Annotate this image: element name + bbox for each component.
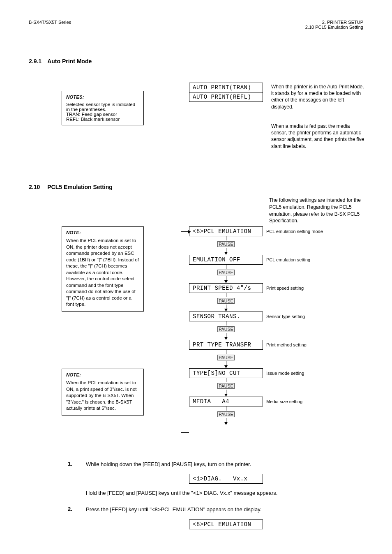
note-title-1: NOTES: bbox=[66, 95, 139, 99]
lcd-pcl-emulation-step: <8>PCL EMULATION bbox=[189, 519, 263, 529]
step-1-text-b: Hold the [FEED] and [PAUSE] keys until t… bbox=[86, 489, 277, 497]
step-2-text: Press the [FEED] key until "<8>PCL EMULA… bbox=[86, 506, 261, 513]
pause-key-icon: PAUSE bbox=[217, 241, 235, 247]
flow-label-6: Media size setting bbox=[266, 399, 302, 404]
section-2-10-num: 2.10 bbox=[29, 184, 40, 190]
arrow-down-icon bbox=[224, 280, 228, 283]
pause-key-icon: PAUSE bbox=[217, 355, 235, 360]
note-3-title: NOTE: bbox=[66, 372, 139, 377]
step-2-num: 2. bbox=[68, 506, 86, 512]
flow-box-pcl-emulation: <8>PCL EMULATION bbox=[189, 226, 263, 236]
step-1-text-a: While holding down the [FEED] and [PAUSE… bbox=[86, 461, 251, 468]
pause-key-icon: PAUSE bbox=[217, 383, 235, 389]
page-header: B-SX4T/SX5T Series 2. PRINTER SETUP 2.10… bbox=[29, 20, 363, 30]
arrow-down-icon bbox=[224, 422, 228, 425]
note-body-1: Selected sensor type is indicated in the… bbox=[66, 102, 139, 122]
pause-key-icon: PAUSE bbox=[217, 411, 235, 417]
arrow-down-icon bbox=[224, 337, 228, 340]
pause-key-icon: PAUSE bbox=[217, 270, 235, 275]
note-2-title: NOTE: bbox=[66, 230, 139, 235]
lcd-auto-print-refl: AUTO PRINT(REFL) bbox=[189, 92, 263, 102]
header-right-2: 2.10 PCL5 Emulation Setting bbox=[305, 25, 363, 30]
arrow-down-icon bbox=[224, 394, 228, 397]
header-right-1: 2. PRINTER SETUP bbox=[305, 20, 363, 25]
note-2-body: When the PCL emulation is set to ON, the… bbox=[66, 238, 139, 308]
flow-box-type-s: TYPE[S]NO CUT bbox=[189, 368, 263, 378]
arrow-down-icon bbox=[224, 252, 228, 255]
flow-label-1: PCL emulation setting bbox=[266, 257, 310, 262]
section-2-9-1-body-1: When the printer is in the Auto Print Mo… bbox=[271, 83, 366, 110]
section-2-10-body: The following settings are intended for … bbox=[269, 197, 366, 224]
section-2-9-1-num: 2.9.1 bbox=[29, 58, 42, 65]
step-1-num: 1. bbox=[68, 461, 86, 467]
flow-label-5: Issue mode setting bbox=[266, 371, 304, 376]
flow-label-3: Sensor type setting bbox=[266, 314, 305, 319]
lcd-diag: <1>DIAG. Vx.x bbox=[189, 474, 263, 484]
flow-box-sensor-trans: SENSOR TRANS. bbox=[189, 312, 263, 321]
flow-box-emulation-off: EMULATION OFF bbox=[189, 255, 263, 265]
flow-box-prt-type: PRT TYPE TRANSFR bbox=[189, 340, 263, 350]
header-left: B-SX4T/SX5T Series bbox=[29, 20, 71, 30]
flow-label-0: PCL emulation setting mode bbox=[266, 229, 323, 234]
arrow-down-icon bbox=[224, 309, 228, 312]
arrow-down-icon bbox=[224, 365, 228, 368]
section-2-9-1-title: Auto Print Mode bbox=[47, 58, 92, 65]
arrow-right-icon bbox=[188, 230, 191, 233]
flow-box-media: MEDIA A4 bbox=[189, 397, 263, 406]
flow-box-print-speed: PRINT SPEED 4"/s bbox=[189, 283, 263, 293]
flow-label-2: Print speed setting bbox=[266, 286, 304, 291]
pause-key-icon: PAUSE bbox=[217, 326, 235, 332]
pause-key-icon: PAUSE bbox=[217, 298, 235, 304]
flow-loop-line bbox=[181, 231, 189, 433]
section-2-9-1-body-2: When a media is fed past the media senso… bbox=[271, 123, 366, 150]
header-rule bbox=[29, 33, 363, 33]
lcd-auto-print-tran: AUTO PRINT(TRAN) bbox=[189, 83, 263, 92]
section-2-10-title: PCL5 Emulation Setting bbox=[47, 184, 113, 190]
flow-label-4: Print method setting bbox=[266, 342, 307, 347]
note-3-body: When the PCL emulation is set to ON, a p… bbox=[66, 380, 139, 412]
